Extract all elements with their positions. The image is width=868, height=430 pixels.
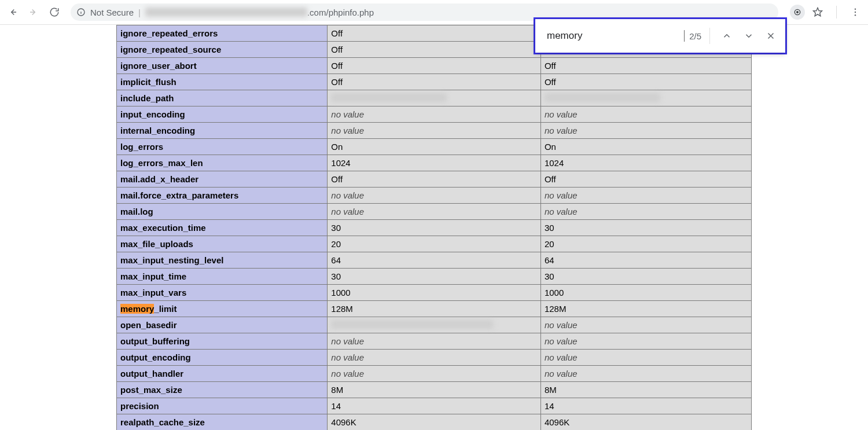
table-row: max_input_vars10001000	[117, 285, 752, 301]
no-value-text: no value	[331, 126, 364, 135]
master-value: no value	[540, 106, 751, 123]
master-value	[540, 90, 751, 106]
redacted-value	[545, 93, 660, 102]
local-value: Off	[328, 171, 541, 188]
forward-button[interactable]	[25, 4, 42, 20]
svg-point-8	[855, 9, 856, 10]
table-row: output_bufferingno valueno value	[117, 333, 752, 350]
site-info-icon[interactable]	[76, 8, 86, 17]
local-value: 8M	[328, 382, 541, 398]
no-value-text: no value	[331, 352, 364, 362]
separator: |	[138, 8, 141, 17]
local-value: no value	[328, 123, 541, 139]
directive-name: post_max_size	[117, 382, 328, 398]
find-next-button[interactable]	[740, 27, 757, 45]
master-value: no value	[540, 366, 751, 382]
directive-name: precision	[117, 398, 328, 414]
table-row: open_basedirno value	[117, 317, 752, 333]
reload-button[interactable]	[46, 4, 62, 20]
redacted-hostname	[145, 8, 307, 17]
back-button[interactable]	[5, 4, 21, 20]
local-value: 64	[328, 252, 541, 269]
master-value: 1024	[540, 155, 751, 171]
no-value-text: no value	[331, 109, 364, 119]
table-row: implicit_flushOffOff	[117, 74, 752, 90]
local-value: Off	[328, 74, 541, 90]
svg-marker-7	[814, 8, 822, 16]
not-secure-label: Not Secure	[90, 8, 134, 17]
redacted-value	[331, 93, 447, 102]
directive-name: ignore_repeated_errors	[117, 25, 328, 42]
directive-name: max_file_uploads	[117, 236, 328, 252]
local-value: 30	[328, 220, 541, 236]
table-row: input_encodingno valueno value	[117, 106, 752, 123]
local-value	[328, 90, 541, 106]
local-value: 1000	[328, 285, 541, 301]
master-value: 8M	[540, 382, 751, 398]
directive-name: input_encoding	[117, 106, 328, 123]
extension-icon[interactable]	[790, 5, 805, 20]
svg-point-6	[797, 12, 799, 13]
local-value: no value	[328, 350, 541, 366]
local-value: 30	[328, 269, 541, 285]
table-row: mail.force_extra_parametersno valueno va…	[117, 188, 752, 204]
master-value: 30	[540, 220, 751, 236]
directive-name: output_encoding	[117, 350, 328, 366]
phpinfo-table: ignore_repeated_errorsOffOffignore_repea…	[116, 25, 752, 430]
directive-name: open_basedir	[117, 317, 328, 333]
find-close-button[interactable]	[762, 27, 779, 45]
no-value-text: no value	[545, 369, 578, 378]
directive-name: max_input_nesting_level	[117, 252, 328, 269]
local-value: Off	[328, 42, 541, 58]
no-value-text: no value	[545, 109, 578, 119]
local-value: 1024	[328, 155, 541, 171]
table-row: max_file_uploads2020	[117, 236, 752, 252]
directive-name: max_execution_time	[117, 220, 328, 236]
local-value: no value	[328, 188, 541, 204]
master-value: Off	[540, 58, 751, 74]
directive-name: ignore_user_abort	[117, 58, 328, 74]
master-value: no value	[540, 204, 751, 220]
find-input[interactable]	[546, 30, 682, 42]
toolbar-separator	[836, 6, 837, 19]
table-row: ignore_user_abortOffOff	[117, 58, 752, 74]
no-value-text: no value	[545, 190, 578, 200]
directive-name: implicit_flush	[117, 74, 328, 90]
find-prev-button[interactable]	[718, 27, 735, 45]
local-value: 128M	[328, 301, 541, 317]
local-value: no value	[328, 366, 541, 382]
table-row: max_input_nesting_level6464	[117, 252, 752, 269]
directive-name: log_errors_max_len	[117, 155, 328, 171]
master-value: 4096K	[540, 414, 751, 431]
no-value-text: no value	[545, 336, 578, 346]
directive-name: ignore_repeated_source	[117, 42, 328, 58]
master-value: On	[540, 139, 751, 155]
local-value: Off	[328, 25, 541, 42]
directive-name: internal_encoding	[117, 123, 328, 139]
kebab-menu-icon[interactable]	[847, 4, 863, 20]
local-value: no value	[328, 333, 541, 350]
no-value-text: no value	[545, 352, 578, 362]
redacted-value	[331, 320, 493, 329]
master-value: 1000	[540, 285, 751, 301]
local-value: On	[328, 139, 541, 155]
table-row: log_errors_max_len10241024	[117, 155, 752, 171]
table-row: internal_encodingno valueno value	[117, 123, 752, 139]
master-value: 128M	[540, 301, 751, 317]
master-value: no value	[540, 123, 751, 139]
no-value-text: no value	[331, 207, 364, 216]
local-value: 4096K	[328, 414, 541, 431]
svg-point-9	[855, 12, 856, 13]
table-row: precision1414	[117, 398, 752, 414]
table-row: output_handlerno valueno value	[117, 366, 752, 382]
no-value-text: no value	[331, 369, 364, 378]
no-value-text: no value	[545, 126, 578, 135]
no-value-text: no value	[331, 190, 364, 200]
table-row: log_errorsOnOn	[117, 139, 752, 155]
master-value: no value	[540, 188, 751, 204]
bookmark-star-icon[interactable]	[810, 4, 826, 20]
text-caret	[684, 30, 685, 42]
master-value: 20	[540, 236, 751, 252]
find-bar: 2/5	[535, 19, 785, 53]
directive-name: output_handler	[117, 366, 328, 382]
